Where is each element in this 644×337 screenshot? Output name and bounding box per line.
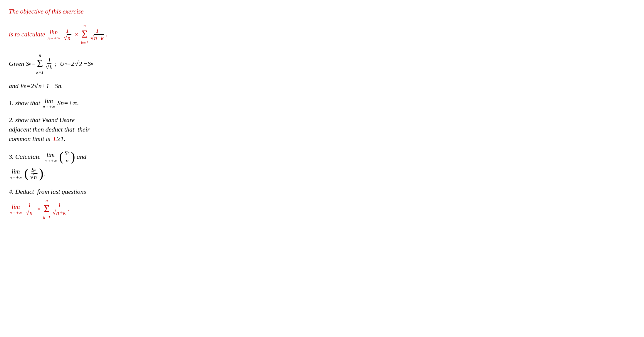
main-content: The objective of this exercise is to cal… bbox=[9, 6, 635, 220]
given-vn: and Vn =2 √n+1 −Sn. bbox=[9, 82, 635, 90]
part4: 4. Deduct from last questions lim n→+∞ 1… bbox=[9, 188, 635, 220]
sum-block: n Σ k=1 bbox=[81, 23, 88, 46]
frac-1-sqrtk: 1 √k bbox=[45, 57, 54, 71]
lim-block-3: lim n→+∞ bbox=[45, 151, 57, 163]
lim-block-4: lim n→+∞ bbox=[10, 203, 22, 215]
title-text: The objective of this exercise bbox=[9, 6, 635, 17]
sum-block-4: n Σ k=1 bbox=[43, 198, 50, 220]
frac-1-sqrtn-4: 1 √n bbox=[25, 202, 34, 216]
frac-1-sqrtnk: 1 √n+k bbox=[89, 27, 105, 42]
lim-block-1: lim n→+∞ bbox=[43, 97, 55, 109]
lim-block-intro: lim n→+∞ bbox=[48, 28, 60, 41]
intro-formula: is to calculate lim n→+∞ 1 √n × n Σ k=1 … bbox=[9, 23, 635, 46]
frac-sn-sqrtn: Sn √n bbox=[29, 166, 38, 181]
frac-1-sqrtn: 1 √n bbox=[63, 27, 72, 42]
subtitle-text: is to calculate bbox=[9, 31, 45, 38]
part1: 1. show that lim n→+∞ Sn=+∞. bbox=[9, 97, 635, 109]
part3: 3. Calculate lim n→+∞ ( Sn n ) and lim n… bbox=[9, 150, 635, 181]
part2: 2. show that Vn and Un are adjacent then… bbox=[9, 116, 635, 143]
frac-1-sqrtnk-4: 1 √n+k bbox=[51, 202, 67, 216]
given-sn-un: Given Sn = n Σ k=1 1 √k ; Un =2 √2 −Sn bbox=[9, 53, 635, 75]
sum-sn: n Σ k=1 bbox=[36, 53, 44, 75]
frac-sn-n: Sn n bbox=[64, 150, 70, 164]
lim-block-3b: lim n→+∞ bbox=[10, 168, 22, 180]
